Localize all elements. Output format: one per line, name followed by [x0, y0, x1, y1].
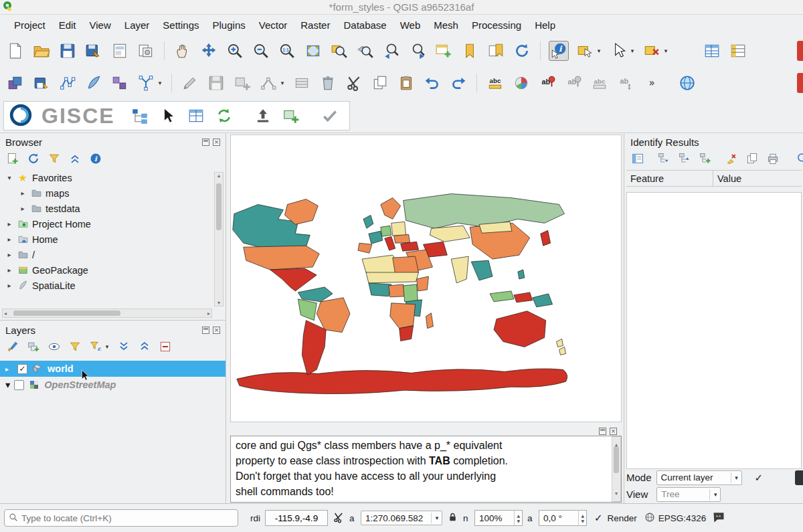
vertex-tool-button[interactable]: [258, 73, 278, 93]
crs-indicator[interactable]: EPSG:4326: [644, 512, 706, 525]
refresh-browser-button[interactable]: [26, 151, 41, 166]
save-project-as-button[interactable]: [84, 41, 104, 61]
menu-layer[interactable]: Layer: [118, 17, 156, 33]
copy-features-button[interactable]: [370, 73, 390, 93]
close-panel-button[interactable]: ×: [213, 139, 220, 146]
caret-down-icon[interactable]: ▾: [104, 343, 110, 350]
menu-project[interactable]: Project: [8, 17, 52, 33]
column-feature[interactable]: Feature: [626, 171, 713, 186]
scroll-left-icon[interactable]: ◂: [4, 311, 7, 317]
change-label-button[interactable]: ab: [537, 73, 557, 93]
caret-down-icon[interactable]: ▾: [279, 80, 286, 86]
branch-expanded-icon[interactable]: ▾: [5, 379, 10, 390]
gisce-validate-button[interactable]: [320, 106, 340, 126]
new-spatial-bookmark-button[interactable]: [460, 41, 480, 61]
locate-box[interactable]: [4, 509, 238, 527]
remove-layer-button[interactable]: [158, 339, 173, 354]
messages-button[interactable]: [712, 511, 725, 526]
layer-row-world[interactable]: ▸ ✓ world: [0, 361, 226, 377]
refresh-map-button[interactable]: [512, 41, 532, 61]
column-value[interactable]: Value: [713, 173, 741, 184]
pin-labels-button[interactable]: ab: [563, 73, 584, 93]
python-console-output[interactable]: core and gui Qgs* class members have a p…: [230, 436, 622, 503]
open-project-button[interactable]: [31, 41, 52, 61]
scroll-down-icon[interactable]: ▾: [615, 486, 618, 501]
show-layout-manager-button[interactable]: [136, 41, 156, 61]
branch-collapsed-icon[interactable]: ▸: [5, 251, 13, 258]
rotation-spinbox[interactable]: 0,0 ° ▲▼: [539, 510, 587, 526]
cutoff-red-button[interactable]: [797, 41, 803, 61]
undo-button[interactable]: [422, 73, 442, 93]
zoom-next-button[interactable]: [408, 41, 428, 61]
menu-web[interactable]: Web: [394, 17, 427, 33]
toolbar-overflow-button[interactable]: »: [642, 73, 662, 93]
current-edits-button[interactable]: [5, 73, 25, 93]
identify-settings-button[interactable]: [796, 151, 803, 166]
branch-collapsed-icon[interactable]: ▸: [5, 282, 13, 289]
caret-down-icon[interactable]: ▾: [662, 48, 669, 54]
zoom-full-extent-button[interactable]: [303, 41, 323, 61]
deselect-features-button[interactable]: [642, 41, 662, 61]
mode-combobox[interactable]: Current layer ▾: [656, 470, 742, 485]
caret-down-icon[interactable]: ▾: [596, 48, 602, 54]
branch-collapsed-icon[interactable]: ▸: [5, 266, 13, 274]
float-panel-button[interactable]: [202, 139, 209, 146]
modify-attributes-button[interactable]: [292, 73, 312, 93]
collapse-all-button[interactable]: [68, 151, 82, 166]
toggle-editing-button[interactable]: [180, 73, 200, 93]
browser-item-root[interactable]: ▸ /: [0, 247, 226, 262]
browser-item-testdata[interactable]: ▸ testdata: [0, 201, 226, 216]
menu-mesh[interactable]: Mesh: [428, 17, 464, 33]
menu-processing[interactable]: Processing: [466, 17, 527, 33]
expand-tree-button[interactable]: [656, 151, 671, 166]
scroll-down-icon[interactable]: ▾: [217, 300, 220, 306]
open-attribute-table-button[interactable]: [702, 41, 722, 61]
coordinate-display-toggle[interactable]: [333, 511, 345, 525]
pan-map-button[interactable]: [173, 41, 193, 61]
identify-features-button[interactable]: i: [549, 41, 569, 61]
expand-all-button[interactable]: [116, 339, 131, 354]
browser-horizontal-scrollbar[interactable]: ◂ ▸: [2, 308, 212, 318]
add-favorite-button[interactable]: [5, 151, 20, 166]
digitize-blocks-button[interactable]: [110, 73, 130, 93]
scroll-up-icon[interactable]: ▴: [217, 173, 220, 179]
print-results-button[interactable]: [766, 151, 780, 166]
view-combobox[interactable]: Tree ▾: [656, 487, 721, 502]
paste-features-button[interactable]: [396, 73, 416, 93]
metasearch-button[interactable]: [677, 73, 697, 93]
save-project-button[interactable]: [58, 41, 78, 61]
clear-results-button[interactable]: [724, 151, 739, 166]
open-layer-styling-button[interactable]: [5, 339, 20, 354]
float-panel-button[interactable]: [599, 428, 606, 435]
layer-row-openstreetmap[interactable]: ▾ OpenStreetMap: [0, 377, 226, 393]
browser-item-home[interactable]: ▸ Home: [0, 232, 226, 247]
filter-browser-button[interactable]: [47, 151, 62, 166]
gisce-add-map-button[interactable]: [281, 106, 301, 126]
menu-help[interactable]: Help: [529, 17, 561, 33]
scrollbar-thumb[interactable]: [216, 183, 221, 230]
layer-labeling-button[interactable]: abc: [485, 73, 505, 93]
scale-combobox[interactable]: 1:270.069.582 ▾: [361, 511, 442, 525]
zoom-out-button[interactable]: [251, 41, 271, 61]
zoom-last-button[interactable]: [381, 41, 402, 61]
browser-item-maps[interactable]: ▸ maps: [0, 185, 226, 201]
delete-selected-button[interactable]: [318, 73, 338, 93]
identify-results-list[interactable]: [626, 192, 802, 469]
show-spatial-bookmarks-button[interactable]: [486, 41, 506, 61]
caret-down-icon[interactable]: ▾: [629, 48, 636, 54]
identify-extra-check-icon[interactable]: ✓: [755, 472, 764, 484]
add-feature-button[interactable]: [232, 73, 252, 93]
gisce-table-button[interactable]: [186, 106, 206, 126]
menu-settings[interactable]: Settings: [157, 17, 205, 33]
float-panel-button[interactable]: [202, 327, 209, 334]
gisce-upload-button[interactable]: [253, 106, 273, 126]
scrollbar-thumb[interactable]: [13, 311, 120, 316]
collapse-all-layers-button[interactable]: [137, 339, 152, 354]
scroll-right-icon[interactable]: ▸: [207, 311, 210, 317]
scrollbar-thumb[interactable]: [614, 446, 619, 473]
zoom-native-button[interactable]: 1:1: [277, 41, 297, 61]
cut-features-button[interactable]: [344, 73, 364, 93]
menu-database[interactable]: Database: [337, 17, 392, 33]
manage-map-themes-button[interactable]: [47, 339, 62, 354]
browser-properties-button[interactable]: i: [88, 151, 103, 166]
